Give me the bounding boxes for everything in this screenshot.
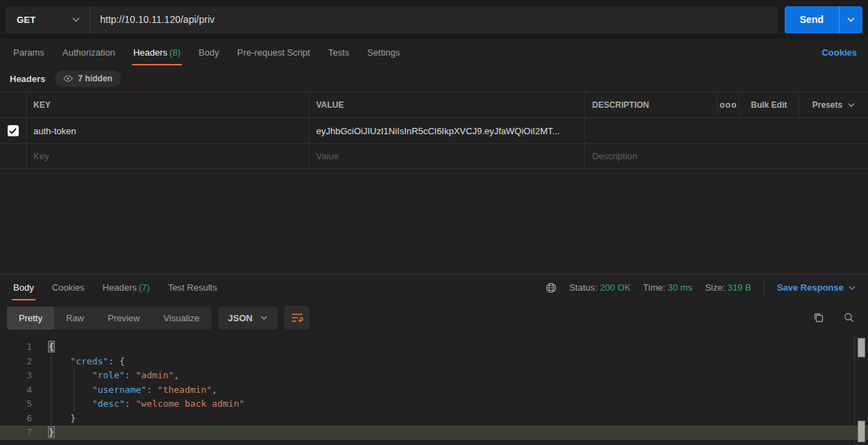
cookies-link[interactable]: Cookies bbox=[814, 47, 864, 58]
scrollbar-thumb[interactable] bbox=[858, 338, 865, 357]
chevron-down-icon bbox=[261, 316, 268, 320]
tab-label: Tests bbox=[328, 47, 349, 58]
view-tab-visualize[interactable]: Visualize bbox=[152, 307, 211, 330]
size-badge: Size: 319 B bbox=[705, 282, 751, 293]
tab-label: Settings bbox=[367, 47, 400, 58]
view-tab-raw[interactable]: Raw bbox=[54, 307, 96, 330]
tab-params[interactable]: Params bbox=[6, 40, 51, 65]
format-dropdown[interactable]: JSON bbox=[218, 307, 277, 330]
status-badge: Status: 200 OK bbox=[569, 282, 630, 293]
column-header-value: VALUE bbox=[309, 92, 585, 118]
method-select[interactable]: GET bbox=[6, 6, 90, 33]
code-line: 3 "role": "admin", bbox=[0, 369, 868, 383]
bulk-edit-button[interactable]: Bulk Edit bbox=[739, 92, 799, 118]
empty-area bbox=[0, 169, 868, 274]
time-label: Time: bbox=[643, 282, 665, 293]
row-select-cell bbox=[0, 144, 26, 168]
description-placeholder-cell[interactable]: Description bbox=[585, 144, 868, 168]
view-tab-pretty[interactable]: Pretty bbox=[7, 307, 54, 330]
hidden-headers-label: 7 hidden bbox=[78, 74, 112, 83]
code-line: 1{ bbox=[0, 340, 868, 355]
table-row-empty: Key Value Description bbox=[0, 144, 868, 169]
view-tab-preview[interactable]: Preview bbox=[96, 307, 152, 330]
code-line: 2 "creds": { bbox=[0, 355, 868, 369]
tab-label: Pre-request Script bbox=[237, 47, 310, 58]
key-placeholder-cell[interactable]: Key bbox=[26, 144, 309, 168]
response-tab-headers[interactable]: Headers(7) bbox=[96, 275, 157, 300]
presets-dropdown[interactable]: Presets bbox=[799, 92, 868, 118]
code-line: 7} bbox=[0, 426, 868, 440]
view-mode-group: Pretty Raw Preview Visualize bbox=[7, 307, 211, 330]
line-number: 5 bbox=[0, 397, 32, 412]
save-response-button[interactable]: Save Response bbox=[777, 282, 855, 293]
headers-section-title: Headers bbox=[10, 74, 45, 84]
tab-pre-request-script[interactable]: Pre-request Script bbox=[230, 40, 317, 65]
tab-body[interactable]: Body bbox=[192, 40, 227, 65]
send-button[interactable]: Send bbox=[785, 6, 839, 33]
search-button[interactable] bbox=[837, 306, 861, 330]
row-select-cell bbox=[0, 118, 26, 143]
line-number: 7 bbox=[0, 426, 32, 440]
row-checkbox-checked[interactable] bbox=[8, 125, 19, 136]
tab-tests[interactable]: Tests bbox=[321, 40, 356, 65]
tab-settings[interactable]: Settings bbox=[360, 40, 407, 65]
scrollbar-thumb[interactable] bbox=[858, 421, 865, 442]
headers-count: (8) bbox=[170, 47, 181, 58]
tab-label: Body bbox=[13, 282, 34, 293]
send-options-button[interactable] bbox=[839, 6, 862, 33]
chevron-down-icon bbox=[848, 103, 855, 107]
chevron-down-icon bbox=[72, 17, 80, 22]
response-tab-cookies[interactable]: Cookies bbox=[45, 275, 92, 300]
header-description-cell[interactable] bbox=[585, 118, 868, 143]
hidden-headers-toggle[interactable]: 7 hidden bbox=[55, 70, 120, 87]
column-header-description: DESCRIPTION bbox=[585, 92, 718, 118]
response-meta: Status: 200 OK Time: 30 ms Size: 319 B S… bbox=[546, 282, 864, 294]
search-icon bbox=[844, 312, 855, 323]
copy-icon bbox=[813, 312, 824, 323]
response-headers-count: (7) bbox=[139, 282, 150, 293]
size-label: Size: bbox=[705, 282, 725, 293]
value-placeholder-cell[interactable]: Value bbox=[309, 144, 585, 168]
code-line: 6 } bbox=[0, 412, 868, 426]
status-value: 200 OK bbox=[600, 282, 630, 293]
code-line: 5 "desc": "welcome back admin" bbox=[0, 397, 868, 412]
line-number: 3 bbox=[0, 369, 32, 383]
headers-table: KEY VALUE DESCRIPTION ooo Bulk Edit Pres… bbox=[0, 92, 868, 169]
tab-headers[interactable]: Headers(8) bbox=[126, 40, 188, 65]
more-options-icon[interactable]: ooo bbox=[718, 92, 739, 118]
table-header-row: KEY VALUE DESCRIPTION ooo Bulk Edit Pres… bbox=[0, 92, 868, 118]
copy-button[interactable] bbox=[807, 306, 830, 330]
wrap-text-button[interactable] bbox=[284, 306, 309, 330]
tab-authorization[interactable]: Authorization bbox=[56, 40, 122, 65]
chevron-down-icon bbox=[849, 286, 855, 290]
response-toolbar: Pretty Raw Preview Visualize JSON bbox=[0, 300, 868, 335]
tab-label: Body bbox=[199, 47, 220, 58]
globe-icon[interactable] bbox=[546, 282, 557, 293]
tab-label: Authorization bbox=[63, 47, 115, 58]
request-bar: GET Send bbox=[0, 0, 868, 39]
save-response-label: Save Response bbox=[777, 282, 844, 293]
send-button-group: Send bbox=[785, 6, 862, 33]
table-row: auth-token eyJhbGciOiJIUzI1NiIsInR5cCI6I… bbox=[0, 118, 868, 144]
line-number: 6 bbox=[0, 412, 32, 426]
request-tabs: Params Authorization Headers(8) Body Pre… bbox=[0, 39, 868, 65]
response-tab-body[interactable]: Body bbox=[6, 275, 41, 300]
tab-label: Headers bbox=[133, 47, 167, 58]
response-tabs: Body Cookies Headers(7) Test Results Sta… bbox=[0, 274, 868, 300]
response-body-editor[interactable]: 1{2 "creds": {3 "role": "admin",4 "usern… bbox=[0, 335, 868, 445]
format-label: JSON bbox=[228, 313, 252, 323]
url-input[interactable] bbox=[90, 6, 778, 33]
header-select-cell bbox=[0, 92, 26, 118]
code-lines: 1{2 "creds": {3 "role": "admin",4 "usern… bbox=[0, 340, 868, 440]
tab-label: Cookies bbox=[52, 282, 85, 293]
tab-label: Headers bbox=[103, 282, 137, 293]
time-badge: Time: 30 ms bbox=[643, 282, 692, 293]
header-value-cell[interactable]: eyJhbGciOiJIUzI1NiIsInR5cCI6IkpXVCJ9.eyJ… bbox=[309, 118, 585, 143]
header-key-cell[interactable]: auth-token bbox=[26, 118, 309, 143]
response-tab-test-results[interactable]: Test Results bbox=[161, 275, 224, 300]
eye-icon bbox=[63, 75, 73, 82]
size-value: 319 B bbox=[728, 282, 751, 293]
headers-subheader: Headers 7 hidden bbox=[0, 65, 868, 92]
url-box: GET bbox=[6, 6, 778, 33]
line-number: 1 bbox=[0, 340, 32, 355]
